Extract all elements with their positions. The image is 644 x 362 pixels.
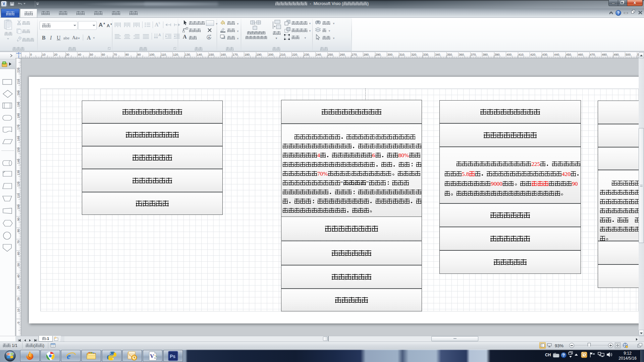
svg-text:A: A (208, 36, 210, 39)
svg-text:Ps: Ps (170, 354, 175, 359)
svg-text:e: e (67, 351, 71, 361)
svg-text:V: V (150, 353, 154, 359)
svg-text:A: A (158, 33, 161, 37)
